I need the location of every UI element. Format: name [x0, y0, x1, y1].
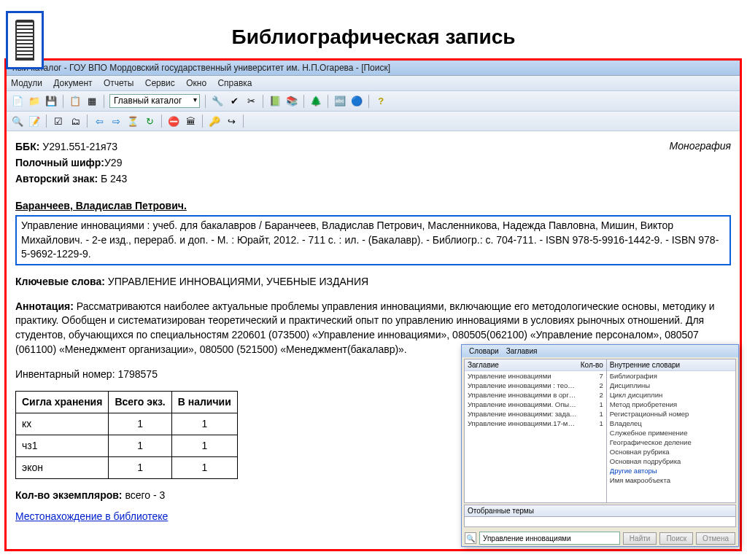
authorsign-value: Б 243	[101, 173, 127, 184]
list-item[interactable]: Управление инновациями в органи…2	[465, 390, 606, 400]
table-row: кх 1 1	[16, 413, 238, 435]
table-row: экон 1 1	[16, 457, 238, 479]
toolbar-grid-icon[interactable]: ▦	[85, 95, 98, 108]
list-item[interactable]: Метод приобретения	[607, 400, 735, 409]
dict-right-header: Внутренние словари	[610, 361, 732, 369]
dict-selected-list	[464, 517, 736, 527]
page-title: Библиографическая запись	[0, 0, 747, 61]
toolbar-books-icon[interactable]: 📚	[285, 95, 298, 108]
dict-cancel-button[interactable]: Отмена	[696, 532, 735, 545]
toolbar-refresh-icon[interactable]: ↻	[143, 114, 156, 128]
catalog-dropdown[interactable]: Главный каталог	[109, 94, 200, 108]
list-item[interactable]: Основная рубрика	[607, 447, 735, 456]
toolbar-stop-icon[interactable]: ⛔	[167, 114, 180, 128]
menu-modules[interactable]: Модули	[11, 78, 42, 88]
toolbar-doc-icon[interactable]: 📋	[69, 95, 82, 108]
toolbar-text-icon[interactable]: 🔤	[333, 95, 347, 108]
toolbar-open-icon[interactable]: 📁	[28, 95, 41, 108]
holdings-header-available: В наличии	[171, 392, 237, 413]
toolbar-filter2-icon[interactable]: ⏳	[126, 114, 139, 128]
inventory-value: 1798575	[117, 368, 158, 380]
toolbar-check2-icon[interactable]: ☑	[52, 114, 65, 128]
bbk-value: У291.551-21я73	[42, 141, 117, 152]
abstract-label: Аннотация:	[15, 300, 74, 312]
dict-tab-dictionaries[interactable]: Словари	[469, 347, 499, 355]
list-item[interactable]: Регистрационный номер	[607, 409, 735, 419]
copies-value: всего - 3	[125, 489, 165, 501]
menu-document[interactable]: Документ	[53, 78, 92, 88]
toolbar-main: 📄 📁 💾 📋 ▦ Главный каталог 🔧 ✔ ✂ 📗 📚 🌲 🔤 …	[7, 91, 740, 112]
dict-left-header: Заглавие	[468, 361, 577, 369]
list-item[interactable]: Цикл дисциплин	[607, 390, 735, 400]
toolbar-save-icon[interactable]: 💾	[44, 95, 58, 108]
dict-selected-label: Отобранные термы	[464, 505, 736, 517]
list-item[interactable]: Другие авторы	[607, 466, 735, 475]
bbk-label: ББК:	[15, 141, 39, 152]
dict-search-button[interactable]: Поиск	[659, 532, 693, 545]
list-item[interactable]: Управление инновациями: задачи и …1	[465, 409, 606, 419]
holdings-header-total: Всего экз.	[109, 392, 171, 413]
list-item[interactable]: Географическое деление	[607, 438, 735, 447]
holdings-header-sigla: Сигла хранения	[16, 392, 109, 413]
list-item[interactable]: Основная подрубрика	[607, 456, 735, 466]
dict-search-input[interactable]	[479, 532, 620, 545]
inventory-label: Инвентарный номер:	[15, 368, 115, 380]
list-item[interactable]: Библиография	[607, 371, 735, 381]
toolbar-cards-icon[interactable]: 🗂	[69, 114, 82, 128]
dict-find-button[interactable]: Найти	[623, 532, 657, 545]
toolbar-left-icon[interactable]: ⇦	[93, 114, 106, 128]
toolbar-check-icon[interactable]: ✔	[228, 95, 241, 108]
bibliographic-description: Управление инновациями : учеб. для бакал…	[15, 215, 731, 265]
list-item[interactable]: Владелец	[607, 419, 735, 428]
list-item[interactable]: Управление инновациями. Опыт ве…1	[465, 400, 606, 409]
keywords-value: УПРАВЛЕНИЕ ИННОВАЦИЯМИ, УЧЕБНЫЕ ИЗДАНИЯ	[108, 276, 368, 287]
dictionary-window: Словари Заглавия ЗаглавиеКол-во Управлен…	[461, 344, 739, 547]
list-item[interactable]: Управление инновациями : теория…2	[465, 381, 606, 390]
toolbar-help-icon[interactable]: ?	[374, 95, 387, 108]
dict-tab-titles[interactable]: Заглавия	[506, 347, 538, 355]
toolbar-library-icon[interactable]: 🏛	[184, 114, 197, 128]
menubar: Модули Документ Отчеты Сервис Окно Справ…	[7, 76, 740, 91]
menu-help[interactable]: Справка	[217, 78, 252, 88]
doc-type: Монография	[670, 139, 731, 154]
dict-left-panel: ЗаглавиеКол-во Управление инновациями7Уп…	[465, 359, 607, 502]
toolbar-cut-icon[interactable]: ✂	[244, 95, 258, 108]
toolbar-wrench-icon[interactable]: 🔧	[211, 95, 224, 108]
app-logo	[6, 11, 44, 69]
table-row: чз1 1 1	[16, 435, 238, 457]
location-link[interactable]: Местонахождение в библиотеке	[15, 510, 168, 522]
menu-window[interactable]: Окно	[186, 78, 206, 88]
toolbar-nav: 🔍 📝 ☑ 🗂 ⇦ ⇨ ⏳ ↻ ⛔ 🏛 🔑 ↪	[7, 112, 740, 131]
authorsign-label: Авторский знак:	[15, 173, 98, 184]
dict-right-panel: Внутренние словари БиблиографияДисциплин…	[607, 359, 735, 502]
list-item[interactable]: Дисциплины	[607, 381, 735, 390]
menu-reports[interactable]: Отчеты	[104, 78, 133, 88]
holdings-table: Сигла хранения Всего экз. В наличии кх 1…	[15, 391, 238, 479]
toolbar-filter-icon[interactable]: 📝	[28, 114, 41, 128]
dict-count-header: Кол-во	[577, 361, 603, 369]
menu-service[interactable]: Сервис	[145, 78, 175, 88]
toolbar-key-icon[interactable]: 🔑	[208, 114, 221, 128]
toolbar-search-icon[interactable]: 🔍	[11, 114, 24, 128]
toolbar-exit-icon[interactable]: ↪	[225, 114, 238, 128]
toolbar-book-icon[interactable]: 📗	[268, 95, 282, 108]
copies-label: Кол-во экземпляров:	[15, 489, 123, 501]
list-item[interactable]: Имя макрообъекта	[607, 475, 735, 485]
shelf-value: У29	[104, 157, 122, 168]
toolbar-new-icon[interactable]: 📄	[11, 95, 24, 108]
shelf-label: Полочный шифр:	[15, 157, 104, 168]
list-item[interactable]: Служебное применение	[607, 428, 735, 438]
toolbar-tree-icon[interactable]: 🌲	[309, 95, 322, 108]
toolbar-globe-icon[interactable]: 🔵	[350, 95, 363, 108]
dict-search-icon[interactable]: 🔍	[465, 532, 476, 544]
window-titlebar: ный каталог - ГОУ ВПО Мордовский государ…	[7, 61, 740, 76]
list-item[interactable]: Управление инновациями7	[465, 371, 606, 381]
toolbar-right-icon[interactable]: ⇨	[109, 114, 123, 128]
author-name: Баранчеев, Владислав Петрович.	[15, 198, 731, 214]
list-item[interactable]: Управление инновациями.17-модул…1	[465, 419, 606, 428]
dictionary-tabs: Словари Заглавия	[462, 345, 738, 357]
keywords-label: Ключевые слова:	[15, 276, 105, 287]
